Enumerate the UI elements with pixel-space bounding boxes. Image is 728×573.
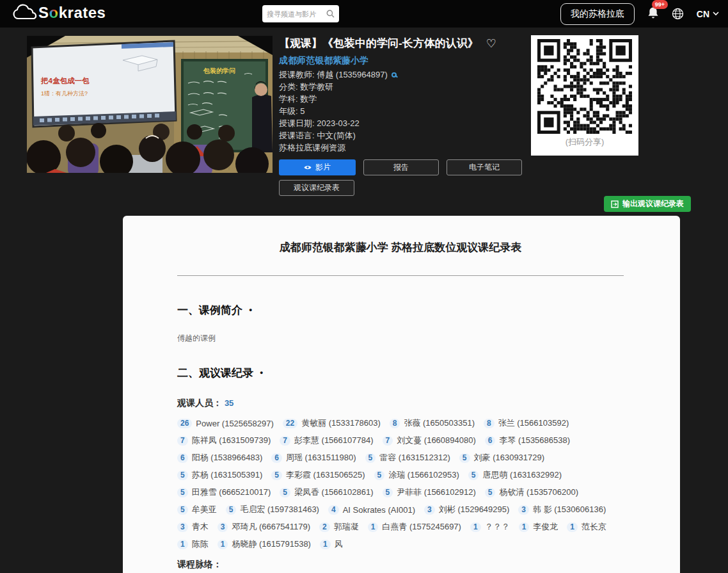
observation-count-badge: 1 xyxy=(177,540,188,549)
export-record-button[interactable]: 输出观议课纪录表 xyxy=(604,196,691,212)
observer-item[interactable]: 8张薇 (1650503351) xyxy=(390,417,475,429)
language-selector[interactable]: CN xyxy=(697,9,719,19)
divider xyxy=(177,275,624,276)
observer-item[interactable]: 1李俊龙 xyxy=(519,521,558,533)
observer-item[interactable]: 3青木 xyxy=(177,521,209,533)
observer-name: 杨钦清 (1535706200) xyxy=(499,487,578,498)
observer-item[interactable]: 5尹菲菲 (1566102912) xyxy=(383,487,476,498)
school-link[interactable]: 成都师范银都紫藤小学 xyxy=(279,55,530,67)
observer-name: 涂瑞 (1566102953) xyxy=(388,469,459,481)
teacher-search-icon[interactable] xyxy=(392,72,397,77)
video-button[interactable]: 影片 xyxy=(279,159,356,175)
record-table-button[interactable]: 观议课纪录表 xyxy=(279,180,354,196)
observer-name: 彭李慧 (1566107784) xyxy=(294,435,374,446)
classroom-photo: 把4盒包成一包 1猜：有几种方法? 包装的学问 xyxy=(27,36,273,173)
navbar: Sokrates 我的苏格拉底 99+ xyxy=(0,0,728,28)
observer-name: 青木 xyxy=(192,521,209,533)
chevron-down-icon xyxy=(713,12,719,16)
observer-item[interactable]: 7陈祥凤 (1631509739) xyxy=(177,435,271,446)
observers-count: 35 xyxy=(225,398,233,408)
observer-name: 李琴 (1535686538) xyxy=(499,435,570,446)
observation-count-badge: 6 xyxy=(485,436,496,446)
observer-item[interactable]: 1白燕青 (1575245697) xyxy=(368,521,461,533)
observer-name: 李彩霞 (1631506525) xyxy=(286,469,365,481)
observer-item[interactable]: 5杨钦清 (1535706200) xyxy=(485,487,578,498)
observation-count-badge: 5 xyxy=(374,471,385,480)
observer-name: 韩 影 (1530606136) xyxy=(533,504,606,515)
observer-item[interactable]: 5牟美亚 xyxy=(177,504,217,515)
observer-name: 阳杨 (1538966483) xyxy=(192,452,263,464)
qr-share-box: (扫码分享) xyxy=(531,35,638,156)
observer-item[interactable]: 2郭瑞凝 xyxy=(319,521,359,533)
navbar-right: 我的苏格拉底 99+ CN xyxy=(560,0,719,28)
observer-item[interactable]: 8张兰 (1566103592) xyxy=(484,417,569,429)
board-banner-text: 包装的学问 xyxy=(203,67,235,74)
observer-item[interactable]: 5田雅雪 (6665210017) xyxy=(177,487,271,498)
qr-caption: (扫码分享) xyxy=(531,136,638,148)
observer-name: 李俊龙 xyxy=(533,521,558,533)
observer-item[interactable]: 3邓琦凡 (6667541179) xyxy=(218,521,310,533)
search-icon[interactable] xyxy=(326,10,335,18)
observer-item[interactable]: 4AI Sokrates (AI001) xyxy=(328,504,415,515)
observer-item[interactable]: 1范长京 xyxy=(567,521,606,533)
observation-count-badge: 1 xyxy=(368,522,379,532)
my-sokrates-button[interactable]: 我的苏格拉底 xyxy=(560,3,635,25)
logo-text: Sokrates xyxy=(38,4,106,22)
observer-name: 黄敏丽 (1533178603) xyxy=(301,417,381,429)
stat-row: 课程脉络： xyxy=(177,559,624,567)
observer-item[interactable]: 7刘文蔓 (1660894080) xyxy=(383,435,476,446)
qr-code xyxy=(537,39,632,134)
observer-name: 张兰 (1566103592) xyxy=(498,417,569,429)
observation-count-badge: 1 xyxy=(567,522,578,532)
observation-count-badge: 5 xyxy=(468,471,479,480)
globe-icon[interactable] xyxy=(672,8,684,20)
observer-name: 尹菲菲 (1566102912) xyxy=(397,487,476,498)
notifications-button[interactable]: 99+ xyxy=(647,6,659,22)
section-heading-intro: 一、课例简介● xyxy=(177,303,624,318)
observer-name: 陈祥凤 (1631509739) xyxy=(192,435,271,446)
video-thumbnail[interactable]: 把4盒包成一包 1猜：有几种方法? 包装的学问 xyxy=(27,36,273,173)
report-button[interactable]: 报告 xyxy=(363,159,439,175)
observer-name: 邓琦凡 (6667541179) xyxy=(232,521,310,533)
observer-name: 周瑶 (1631511980) xyxy=(286,452,356,464)
observer-item[interactable]: 5涂瑞 (1566102953) xyxy=(374,469,459,481)
lesson-info-row: 授课语言: 中文(简体) xyxy=(279,129,530,141)
observer-item[interactable]: 5梁凤香 (1566102861) xyxy=(280,487,373,498)
observation-count-badge: 5 xyxy=(177,505,188,515)
observer-item[interactable]: 26Power (1525658297) xyxy=(177,417,274,429)
observer-name: 杨晓静 (1615791538) xyxy=(232,538,311,550)
observer-name: 范长京 xyxy=(582,521,606,533)
observer-item[interactable]: 7彭李慧 (1566107784) xyxy=(280,435,373,446)
sokrates-logo[interactable]: Sokrates xyxy=(12,3,106,22)
lesson-info: 【观课】《包装中的学问-长方体的认识》 ♡ 成都师范银都紫藤小学 授课教师: 傅… xyxy=(279,36,530,196)
observer-item[interactable]: 6周瑶 (1631511980) xyxy=(271,452,356,464)
observers-summary: 观课人员： 35 xyxy=(177,398,624,409)
observer-item[interactable]: 1陈陈 xyxy=(177,538,209,550)
observer-item[interactable]: 6阳杨 (1538966483) xyxy=(177,452,262,464)
observer-item[interactable]: 3韩 影 (1530606136) xyxy=(518,504,606,515)
enotes-button[interactable]: 电子笔记 xyxy=(447,159,522,175)
observer-name: 田雅雪 (6665210017) xyxy=(192,487,271,498)
search-input[interactable] xyxy=(267,10,326,18)
observer-item[interactable]: 5苏杨 (1631505391) xyxy=(177,469,262,481)
observer-item[interactable]: 5雷容 (1631512312) xyxy=(365,452,450,464)
observer-name: 张薇 (1650503351) xyxy=(404,417,475,429)
observer-item[interactable]: 22黄敏丽 (1533178603) xyxy=(283,417,381,429)
observer-list: 26Power (1525658297)22黄敏丽 (1533178603)8张… xyxy=(177,417,624,550)
observer-name: 唐思萌 (1631632992) xyxy=(482,469,562,481)
observer-item[interactable]: 3刘彬 (1529649295) xyxy=(424,504,509,515)
observation-count-badge: 7 xyxy=(383,436,393,446)
favorite-heart-icon[interactable]: ♡ xyxy=(486,38,496,49)
screen-text-line2: 1猜：有几种方法? xyxy=(41,90,88,97)
observer-item[interactable]: 1风 xyxy=(320,538,343,550)
observation-count-badge: 1 xyxy=(218,540,228,549)
observer-item[interactable]: 1杨晓静 (1615791538) xyxy=(218,538,311,550)
observer-item[interactable]: 1？？？ xyxy=(470,521,510,533)
lesson-info-row: 学科: 数学 xyxy=(279,93,530,105)
observer-item[interactable]: 6李琴 (1535686538) xyxy=(485,435,570,446)
observer-item[interactable]: 5李彩霞 (1631506525) xyxy=(271,469,365,481)
observer-item[interactable]: 5毛启宏 (1597381463) xyxy=(226,504,319,515)
observers-label: 观课人员： xyxy=(177,398,222,408)
observer-item[interactable]: 5唐思萌 (1631632992) xyxy=(468,469,562,481)
observer-item[interactable]: 5刘豪 (1630931729) xyxy=(459,452,544,464)
